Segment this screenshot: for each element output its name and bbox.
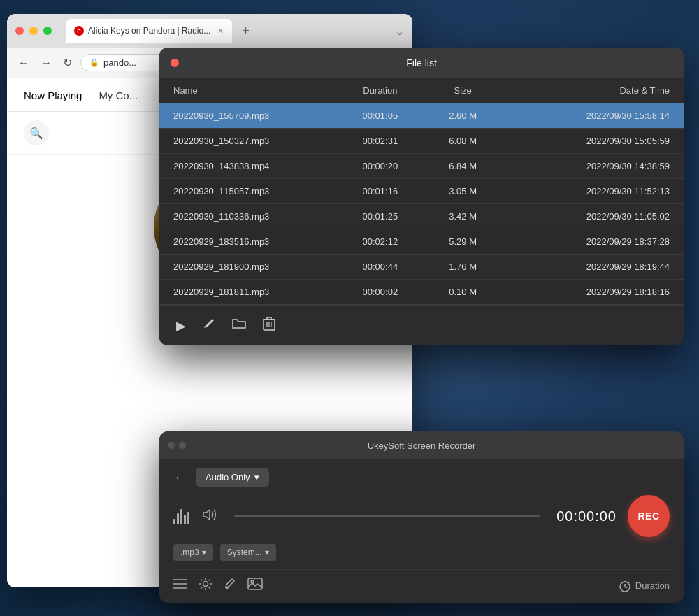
table-row[interactable]: 20220929_181811.mp3 00:00:02 0.10 M 2022… — [159, 280, 684, 305]
rec-button[interactable]: REC — [628, 495, 670, 537]
cell-size: 6.84 M — [421, 161, 504, 171]
list-tool-button[interactable] — [173, 578, 187, 593]
format-label: .mp3 — [180, 547, 199, 557]
tab-close-button[interactable]: ✕ — [217, 27, 224, 36]
browser-tab[interactable]: P Alicia Keys on Pandora | Radio... ✕ — [66, 19, 232, 43]
delete-action-button[interactable] — [260, 314, 278, 337]
cell-size: 2.60 M — [421, 110, 504, 121]
folder-action-button[interactable] — [229, 315, 249, 336]
cell-size: 0.10 M — [421, 287, 504, 297]
file-list-table: Name Duration Size Date & Time 20220930_… — [159, 78, 684, 305]
table-row[interactable]: 20220929_181900.mp3 00:00:44 1.76 M 2022… — [159, 255, 684, 280]
duration-indicator[interactable]: Duration — [619, 580, 670, 592]
cell-name: 20220930_143838.mp4 — [173, 161, 339, 171]
table-row[interactable]: 20220930_143838.mp4 00:00:20 6.84 M 2022… — [159, 154, 684, 179]
gear-icon — [199, 577, 212, 591]
volume-icon — [201, 508, 217, 525]
duration-label: Duration — [635, 580, 670, 591]
cell-name: 20220929_181900.mp3 — [173, 262, 339, 272]
svg-rect-17 — [248, 578, 262, 589]
format-button[interactable]: .mp3 ▾ — [173, 544, 213, 561]
cell-size: 5.29 M — [421, 236, 504, 247]
settings-tool-button[interactable] — [199, 577, 212, 594]
cell-size: 1.76 M — [421, 262, 504, 272]
cell-name: 20220930_110336.mp3 — [173, 211, 339, 222]
cell-duration: 00:02:31 — [339, 136, 421, 146]
table-row[interactable]: 20220930_150327.mp3 00:02:31 6.08 M 2022… — [159, 129, 684, 154]
refresh-button[interactable]: ↻ — [60, 53, 75, 72]
cell-datetime: 2022/09/30 11:52:13 — [504, 186, 670, 196]
recorder-back-button[interactable]: ← — [173, 469, 187, 485]
minimize-dot[interactable] — [29, 27, 38, 35]
cell-duration: 00:01:05 — [339, 110, 421, 121]
search-icon[interactable]: 🔍 — [24, 120, 49, 145]
table-row[interactable]: 20220930_115057.mp3 00:01:16 3.05 M 2022… — [159, 179, 684, 204]
cell-size: 3.05 M — [421, 186, 504, 196]
recorder-window: UkeySoft Screen Recorder ← Audio Only ▾ — [159, 431, 684, 603]
recorder-title: UkeySoft Screen Recorder — [368, 440, 476, 451]
trash-icon — [263, 317, 275, 331]
cell-duration: 00:00:20 — [339, 161, 421, 171]
source-button[interactable]: System... ▾ — [220, 544, 276, 561]
cell-name: 20220930_150327.mp3 — [173, 136, 339, 146]
folder-icon — [232, 317, 246, 330]
back-button[interactable]: ← — [15, 54, 32, 72]
browser-titlebar: P Alicia Keys on Pandora | Radio... ✕ + … — [7, 14, 412, 48]
cell-duration: 00:00:44 — [339, 262, 421, 272]
recorder-titlebar: UkeySoft Screen Recorder — [159, 431, 684, 459]
recorder-bottom-row: Duration — [173, 569, 670, 594]
tab-label: Alicia Keys on Pandora | Radio... — [88, 26, 210, 36]
list-icon — [173, 578, 187, 589]
recorder-controls-row: 00:00:00 REC — [173, 495, 670, 537]
alarm-icon — [619, 580, 631, 592]
now-playing-nav[interactable]: Now Playing — [24, 89, 82, 111]
image-icon — [247, 578, 263, 590]
file-list-close-dot[interactable] — [171, 59, 179, 67]
source-label: System... — [227, 547, 262, 557]
cell-size: 3.42 M — [421, 211, 504, 222]
file-list-window: File list Name Duration Size Date & Time… — [159, 48, 684, 345]
audio-mode-chevron: ▾ — [254, 472, 259, 482]
file-list-title: File list — [406, 57, 437, 69]
format-chevron-icon: ▾ — [202, 547, 206, 557]
cell-datetime: 2022/09/30 11:05:02 — [504, 211, 670, 222]
timer-display: 00:00:00 — [556, 508, 617, 524]
edit-action-button[interactable] — [200, 315, 218, 336]
audio-mode-label: Audio Only — [206, 472, 250, 482]
paint-tool-button[interactable] — [224, 577, 236, 594]
cell-name: 20220929_181811.mp3 — [173, 287, 339, 297]
pandora-favicon: P — [74, 26, 84, 36]
table-row[interactable]: 20220930_110336.mp3 00:01:25 3.42 M 2022… — [159, 204, 684, 229]
cell-duration: 00:00:02 — [339, 287, 421, 297]
table-actions: ▶ — [159, 305, 684, 345]
cell-duration: 00:01:25 — [339, 211, 421, 222]
play-action-button[interactable]: ▶ — [173, 315, 189, 336]
header-name: Name — [173, 85, 339, 96]
close-dot[interactable] — [15, 27, 24, 35]
cell-datetime: 2022/09/30 15:58:14 — [504, 110, 670, 121]
maximize-dot[interactable] — [43, 27, 52, 35]
wave-icon — [173, 508, 189, 524]
cell-name: 20220929_183516.mp3 — [173, 236, 339, 247]
address-text: pando... — [103, 57, 136, 68]
header-datetime: Date & Time — [504, 85, 670, 96]
cell-datetime: 2022/09/30 14:38:59 — [504, 161, 670, 171]
bottom-tools — [173, 577, 263, 594]
audio-mode-button[interactable]: Audio Only ▾ — [196, 468, 269, 487]
progress-bar[interactable] — [234, 515, 540, 517]
cell-name: 20220930_115057.mp3 — [173, 186, 339, 196]
forward-button[interactable]: → — [38, 54, 55, 72]
image-tool-button[interactable] — [247, 578, 263, 594]
chevron-icon: ⌄ — [395, 24, 404, 38]
table-row[interactable]: 20220930_155709.mp3 00:01:05 2.60 M 2022… — [159, 103, 684, 129]
my-collection-nav[interactable]: My Co... — [99, 89, 138, 111]
recorder-dot-1 — [168, 442, 175, 449]
table-row[interactable]: 20220929_183516.mp3 00:02:12 5.29 M 2022… — [159, 229, 684, 255]
cell-duration: 00:02:12 — [339, 236, 421, 247]
file-list-titlebar: File list — [159, 48, 684, 78]
source-chevron-icon: ▾ — [265, 547, 269, 557]
cell-duration: 00:01:16 — [339, 186, 421, 196]
table-rows-container: 20220930_155709.mp3 00:01:05 2.60 M 2022… — [159, 103, 684, 305]
new-tab-button[interactable]: + — [238, 24, 254, 38]
recorder-body: ← Audio Only ▾ — [159, 459, 684, 603]
